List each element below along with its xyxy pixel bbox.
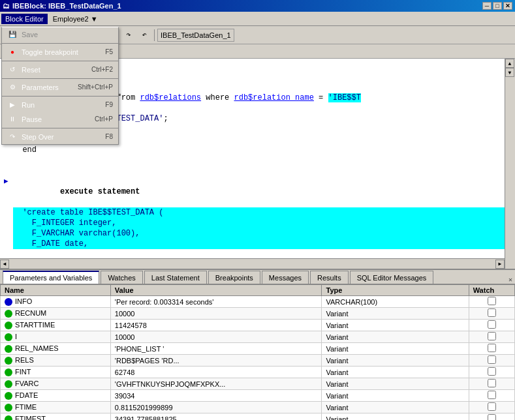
step-over-icon: ↷ xyxy=(7,132,18,142)
cell-type: Variant xyxy=(322,308,469,320)
cell-value: 39034 xyxy=(110,390,322,402)
bottom-panel: Parameters and Variables Watches Last St… xyxy=(0,270,515,420)
cell-type: Variant xyxy=(322,343,469,355)
menu-employee[interactable]: Employee2 ▼ xyxy=(49,14,102,24)
scroll-down-btn[interactable]: ▼ xyxy=(505,68,514,77)
menu-pause[interactable]: ⏸ Pause Ctrl+P xyxy=(2,112,118,127)
watch-checkbox[interactable] xyxy=(488,367,496,376)
code-line: ▶ execute statement xyxy=(13,166,512,207)
cell-watch[interactable] xyxy=(469,320,514,331)
cell-watch[interactable] xyxy=(469,331,514,343)
cell-value: 'PHONE_LIST ' xyxy=(110,343,322,355)
table-row: I10000Variant xyxy=(1,331,515,343)
cell-value: 'GVHFTNKUYSHPJOQMFXPKX... xyxy=(110,378,322,390)
col-watch: Watch xyxy=(469,285,514,296)
watch-checkbox[interactable] xyxy=(488,297,496,305)
watch-checkbox[interactable] xyxy=(488,414,496,420)
table-row: REL_NAMES'PHONE_LIST 'Variant xyxy=(1,343,515,355)
status-icon xyxy=(5,357,12,365)
tab-messages[interactable]: Messages xyxy=(262,271,309,284)
tab-last-statement[interactable]: Last Statement xyxy=(144,271,207,284)
title-bar: 🗂 IBEBlock: IBEB_TestDataGen_1 ─ □ ✕ xyxy=(0,0,515,12)
title-bar-text: IBEBlock: IBEB_TestDataGen_1 xyxy=(12,2,121,10)
watch-checkbox[interactable] xyxy=(488,320,496,329)
maximize-button[interactable]: □ xyxy=(493,2,502,10)
status-icon xyxy=(5,380,12,388)
block-editor-dropdown: 💾 Save ● Toggle breakpoint F5 ↺ Reset Ct… xyxy=(1,27,119,145)
watch-checkbox[interactable] xyxy=(488,308,496,317)
cell-value: 62748 xyxy=(110,367,322,378)
table-row: INFO'Per record: 0.003314 seconds'VARCHA… xyxy=(1,296,515,308)
menu-reset[interactable]: ↺ Reset Ctrl+F2 xyxy=(2,63,118,77)
col-name: Name xyxy=(1,285,111,296)
cell-watch[interactable] xyxy=(469,413,514,421)
table-row: FTIMEST34391.7785881825Variant xyxy=(1,413,515,421)
table-row: FVARC'GVHFTNKUYSHPJOQMFXPKX...Variant xyxy=(1,378,515,390)
watch-checkbox[interactable] xyxy=(488,391,496,399)
run-icon: ▶ xyxy=(7,100,18,110)
cell-name: STARTTIME xyxy=(1,320,111,331)
col-type: Type xyxy=(322,285,469,296)
tabs-row: Parameters and Variables Watches Last St… xyxy=(0,270,515,284)
cell-watch[interactable] xyxy=(469,355,514,367)
cell-watch[interactable] xyxy=(469,402,514,413)
scroll-right-btn[interactable]: ▶ xyxy=(495,260,505,269)
menu-save[interactable]: 💾 Save xyxy=(2,27,118,42)
tab-sql-editor-messages[interactable]: SQL Editor Messages xyxy=(350,271,434,284)
cell-name: FTIME xyxy=(1,402,111,413)
menu-step-over[interactable]: ↷ Step Over F8 xyxy=(2,130,118,144)
status-icon xyxy=(5,298,12,306)
close-button[interactable]: ✕ xyxy=(503,2,512,10)
cell-type: Variant xyxy=(322,320,469,331)
menu-run[interactable]: ▶ Run F9 xyxy=(2,98,118,112)
watch-checkbox[interactable] xyxy=(488,402,496,411)
cell-type: Variant xyxy=(322,355,469,367)
status-icon xyxy=(5,392,12,400)
watch-checkbox[interactable] xyxy=(488,344,496,352)
cell-watch[interactable] xyxy=(469,390,514,402)
cell-type: Variant xyxy=(322,402,469,413)
cell-watch[interactable] xyxy=(469,367,514,378)
menu-bar: Block Editor 💾 Save ● Toggle breakpoint … xyxy=(0,12,515,26)
save-icon: 💾 xyxy=(7,29,18,40)
cell-value: 10000 xyxy=(110,331,322,343)
toolbar-step-btn[interactable]: ↷ xyxy=(121,28,136,42)
code-line: F_DATE date, xyxy=(13,239,512,249)
cell-watch[interactable] xyxy=(469,343,514,355)
code-line: F_INTEGER integer, xyxy=(13,218,512,228)
minimize-button[interactable]: ─ xyxy=(482,2,492,10)
cell-watch[interactable] xyxy=(469,378,514,390)
pause-icon: ⏸ xyxy=(7,114,18,125)
tab-breakpoints[interactable]: Breakpoints xyxy=(208,271,260,284)
cell-value: 'RDB$PAGES 'RD... xyxy=(110,355,322,367)
table-scroll[interactable]: Name Value Type Watch INFO'Per record: 0… xyxy=(0,284,515,420)
watch-checkbox[interactable] xyxy=(488,379,496,387)
menu-toggle-breakpoint[interactable]: ● Toggle breakpoint F5 xyxy=(2,45,118,59)
watch-checkbox[interactable] xyxy=(488,355,496,364)
cell-type: Variant xyxy=(322,367,469,378)
table-row: FINT62748Variant xyxy=(1,367,515,378)
status-icon xyxy=(5,404,12,412)
tab-watches[interactable]: Watches xyxy=(101,271,142,284)
scroll-left-btn[interactable]: ◀ xyxy=(0,260,9,269)
tab-parameters-variables[interactable]: Parameters and Variables xyxy=(3,271,99,284)
vertical-scrollbar[interactable]: ▲ ▼ xyxy=(505,59,515,269)
table-row: RELS'RDB$PAGES 'RD...Variant xyxy=(1,355,515,367)
scroll-up-btn[interactable]: ▲ xyxy=(505,59,514,68)
cell-name: INFO xyxy=(1,296,111,308)
menu-parameters[interactable]: ⚙ Parameters Shift+Ctrl+P xyxy=(2,80,118,95)
menu-block-editor[interactable]: Block Editor 💾 Save ● Toggle breakpoint … xyxy=(1,14,48,24)
close-panel-btn[interactable]: ✕ xyxy=(508,276,512,284)
cell-name: RELS xyxy=(1,355,111,367)
tab-results[interactable]: Results xyxy=(310,271,349,284)
cell-watch[interactable] xyxy=(469,296,514,308)
cell-watch[interactable] xyxy=(469,308,514,320)
code-line xyxy=(13,155,512,166)
cell-name: I xyxy=(1,331,111,343)
toolbar-step2-btn[interactable]: ↶ xyxy=(137,28,151,42)
table-row: STARTTIME11424578Variant xyxy=(1,320,515,331)
horizontal-scrollbar[interactable]: ◀ ▶ xyxy=(0,258,505,269)
watch-checkbox[interactable] xyxy=(488,332,496,340)
cell-name: REL_NAMES xyxy=(1,343,111,355)
app-icon: 🗂 xyxy=(3,2,10,10)
